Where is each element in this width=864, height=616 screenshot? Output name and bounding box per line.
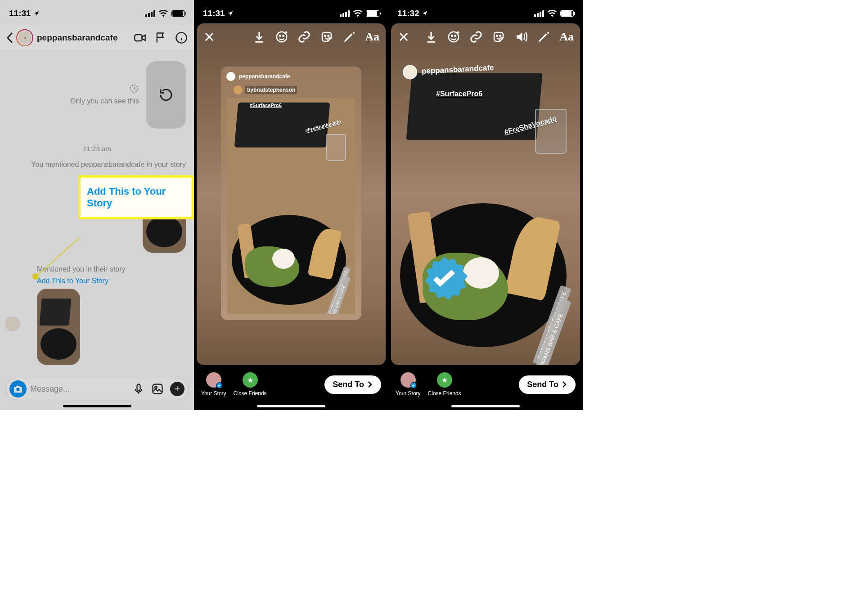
by-user: bybradstephenson <box>245 86 297 94</box>
avatar <box>402 65 418 80</box>
battery-icon <box>366 10 379 17</box>
hashtag: #SurfacePro6 <box>436 90 482 98</box>
camera-button[interactable] <box>9 380 27 397</box>
reload-button[interactable] <box>146 61 186 129</box>
mention-in-label: Mentioned you in their story <box>37 265 126 273</box>
avatar[interactable]: p <box>16 29 33 46</box>
status-bar: 11:31 <box>0 0 194 23</box>
flag-icon[interactable] <box>154 31 167 44</box>
svg-point-6 <box>155 386 157 388</box>
location-tags: @PEPPANSBARANDCAFE PEPPANS BAR & CAFE <box>489 278 572 302</box>
svg-point-16 <box>500 35 501 36</box>
message-composer: Message... + <box>5 378 189 400</box>
editor-toolbar: Aa <box>388 26 583 48</box>
callout-highlight: Add This to Your Story <box>78 175 194 219</box>
svg-point-11 <box>328 35 329 36</box>
face-filter-icon[interactable] <box>275 30 288 44</box>
signal-icon <box>340 10 350 17</box>
editor-toolbar: Aa <box>194 26 388 48</box>
embedded-story-card[interactable]: peppansbarandcafe bybradstephenson #Surf… <box>221 67 361 320</box>
svg-point-13 <box>451 35 453 36</box>
timestamp: 11:23 am <box>0 145 194 152</box>
svg-point-3 <box>16 388 19 391</box>
embedded-username: peppansbarandcafe <box>239 73 290 80</box>
dm-username[interactable]: peppansbarandcafe <box>37 33 134 43</box>
avatar <box>226 72 235 81</box>
hashtag: #SurfacePro6 <box>250 103 282 108</box>
svg-point-7 <box>277 32 287 42</box>
svg-rect-0 <box>135 35 142 41</box>
story-bottom-bar: + Your Story ★ Close Friends Send To <box>194 368 388 410</box>
link-icon[interactable] <box>469 30 483 44</box>
svg-point-14 <box>455 35 456 36</box>
message-input[interactable]: Message... <box>30 384 132 394</box>
close-friends-button[interactable]: ★ Close Friends <box>428 372 461 397</box>
mic-icon[interactable] <box>132 383 145 395</box>
send-to-button[interactable]: Send To <box>324 375 381 394</box>
svg-point-12 <box>449 32 459 42</box>
sticker-icon[interactable] <box>320 30 333 44</box>
avatar <box>234 85 243 94</box>
svg-rect-5 <box>153 384 162 394</box>
wifi-icon <box>159 10 168 17</box>
close-friends-button[interactable]: ★ Close Friends <box>234 372 267 397</box>
draw-icon[interactable] <box>537 30 550 44</box>
home-indicator[interactable] <box>63 405 131 407</box>
back-icon[interactable] <box>6 32 14 44</box>
battery-icon <box>560 10 574 17</box>
close-icon[interactable] <box>203 31 216 43</box>
home-indicator[interactable] <box>451 405 520 407</box>
gallery-icon[interactable] <box>151 383 164 395</box>
mention-out-label: You mentioned peppansbarandcafe in your … <box>8 161 186 169</box>
download-icon[interactable] <box>252 30 266 44</box>
story-bottom-bar: + Your Story ★ Close Friends Send To <box>388 368 583 410</box>
face-filter-icon[interactable] <box>447 30 460 44</box>
close-icon[interactable] <box>397 31 410 43</box>
your-story-button[interactable]: + Your Story <box>201 372 226 397</box>
home-indicator[interactable] <box>257 405 325 407</box>
text-icon[interactable]: Aa <box>365 30 379 44</box>
svg-point-9 <box>283 35 284 36</box>
status-time: 11:31 <box>9 9 40 18</box>
signal-icon <box>145 10 155 17</box>
verified-sticker[interactable] <box>418 254 470 307</box>
sticker-icon[interactable] <box>492 30 505 44</box>
status-bar: 11:31 <box>194 0 388 23</box>
story-canvas[interactable]: peppansbarandcafe bybradstephenson #Surf… <box>391 23 580 365</box>
story-canvas[interactable]: peppansbarandcafe bybradstephenson #Surf… <box>197 23 386 365</box>
svg-point-15 <box>496 35 498 36</box>
battery-icon <box>171 10 185 17</box>
food-photo: #SurfacePro6 #FreShaVocado @PEPPANSBARAN… <box>227 98 355 314</box>
sender-avatar[interactable] <box>5 317 20 331</box>
add-button[interactable]: + <box>170 382 184 396</box>
send-to-button[interactable]: Send To <box>519 375 576 394</box>
add-to-story-link[interactable]: Add This to Your Story <box>37 277 108 285</box>
download-icon[interactable] <box>424 30 438 44</box>
signal-icon <box>534 10 544 17</box>
your-story-button[interactable]: + Your Story <box>396 372 421 397</box>
sound-icon[interactable] <box>514 30 528 44</box>
status-bar: 11:32 <box>388 0 583 23</box>
info-icon[interactable] <box>175 31 188 44</box>
link-icon[interactable] <box>297 30 311 44</box>
draw-icon[interactable] <box>342 30 356 44</box>
story-thumb-received[interactable] <box>37 289 80 365</box>
svg-point-8 <box>279 35 281 36</box>
location-tags: @PEPPANSBARANDCAFE PEPPANS BAR & CAFE <box>295 262 351 278</box>
expired-label: Only you can see this <box>70 84 139 106</box>
svg-rect-4 <box>137 384 140 391</box>
callout-dot <box>32 273 39 280</box>
video-icon[interactable] <box>134 31 146 44</box>
svg-point-10 <box>324 35 326 36</box>
text-icon[interactable]: Aa <box>559 30 574 44</box>
wifi-icon <box>353 10 362 17</box>
dm-header: p peppansbarandcafe <box>0 25 194 50</box>
wifi-icon <box>548 10 557 17</box>
